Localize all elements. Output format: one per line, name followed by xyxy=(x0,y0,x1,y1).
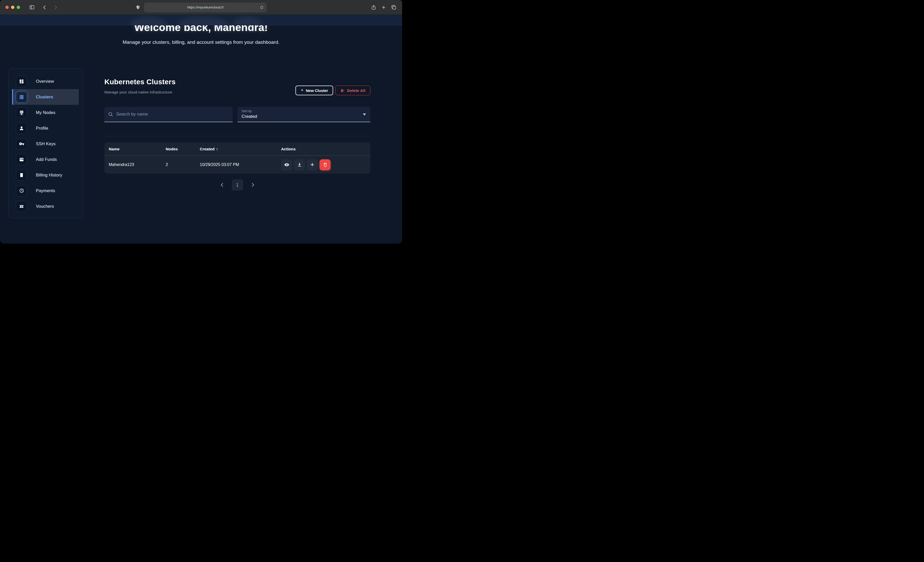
pagination: 1 xyxy=(104,179,370,191)
server-stack-icon xyxy=(19,94,24,100)
cell-node-count: 2 xyxy=(166,162,200,167)
add-node-button[interactable]: + xyxy=(307,159,318,170)
browser-window: https://myceliumcloud.tf + Welcome back,… xyxy=(0,0,402,244)
clusters-table: Name Nodes Created↕ Actions Mahendra123 … xyxy=(104,142,370,174)
key-icon xyxy=(19,141,24,146)
tabs-overview-icon[interactable] xyxy=(391,4,397,10)
sidebar-item-label: Billing History xyxy=(36,173,62,178)
sidebar-item-label: Vouchers xyxy=(36,204,54,209)
sidebar-item-vouchers[interactable]: Vouchers xyxy=(9,199,83,214)
column-header-actions: Actions xyxy=(281,147,370,151)
clock-icon xyxy=(19,188,24,193)
dashboard-sidebar: Overview Clusters My Nodes Profile SSH K xyxy=(9,68,83,218)
sidebar-item-label: Clusters xyxy=(36,94,53,99)
delete-cluster-button[interactable] xyxy=(320,159,331,170)
back-chevron-icon[interactable] xyxy=(42,4,48,10)
eye-icon xyxy=(284,162,290,167)
view-cluster-button[interactable] xyxy=(281,159,292,170)
minimize-window-button[interactable] xyxy=(11,6,14,9)
sidebar-item-label: SSH Keys xyxy=(36,141,56,146)
top-gradient-band xyxy=(0,15,402,25)
clusters-panel: Kubernetes Clusters Manage your cloud-na… xyxy=(104,68,370,191)
chevron-down-icon xyxy=(363,114,366,115)
person-icon xyxy=(19,126,24,131)
url-text: https://myceliumcloud.tf xyxy=(187,5,224,9)
panel-title: Kubernetes Clusters xyxy=(104,78,176,86)
browser-toolbar: https://myceliumcloud.tf + xyxy=(0,0,402,15)
wallet-icon xyxy=(19,157,24,162)
sidebar-item-label: My Nodes xyxy=(36,110,56,115)
sidebar-item-label: Overview xyxy=(36,79,54,84)
table-header-row: Name Nodes Created↕ Actions xyxy=(104,142,370,156)
sidebar-toggle-icon[interactable] xyxy=(29,4,35,10)
sidebar-item-billing-history[interactable]: Billing History xyxy=(9,167,83,183)
sidebar-item-overview[interactable]: Overview xyxy=(9,73,83,89)
dashboard-page: Welcome back, Mahendra! Manage your clus… xyxy=(0,15,402,244)
address-bar[interactable]: https://myceliumcloud.tf xyxy=(144,3,267,12)
download-kubeconfig-button[interactable] xyxy=(294,159,305,170)
sidebar-item-profile[interactable]: Profile xyxy=(9,120,83,136)
trash-icon xyxy=(322,162,328,167)
previous-page-chevron-icon[interactable] xyxy=(219,182,225,188)
welcome-hero: Welcome back, Mahendra! Manage your clus… xyxy=(0,25,402,68)
sidebar-item-add-funds[interactable]: Add Funds xyxy=(9,152,83,167)
search-input[interactable] xyxy=(116,111,229,117)
search-icon xyxy=(108,112,113,117)
cell-cluster-name: Mahendra123 xyxy=(109,162,166,167)
plus-icon: + xyxy=(301,87,303,93)
delete-all-button[interactable]: Delete All xyxy=(336,85,370,95)
column-header-name: Name xyxy=(109,147,166,151)
traffic-lights xyxy=(5,6,20,9)
forward-chevron-icon[interactable] xyxy=(53,4,58,10)
sidebar-item-clusters[interactable]: Clusters xyxy=(12,89,79,105)
sidebar-item-payments[interactable]: Payments xyxy=(9,183,83,199)
sidebar-item-my-nodes[interactable]: My Nodes xyxy=(9,105,83,120)
sort-select[interactable]: Sort by Created xyxy=(237,107,370,122)
new-tab-plus-icon[interactable]: + xyxy=(382,4,386,10)
panel-subtitle: Manage your cloud-native infrastructure xyxy=(104,90,176,94)
sidebar-item-label: Profile xyxy=(36,126,48,131)
sidebar-item-label: Add Funds xyxy=(36,157,57,162)
sort-label: Sort by xyxy=(242,109,366,113)
search-field xyxy=(104,107,232,122)
cell-created-date: 10/29/2025 03:07 PM xyxy=(200,162,281,167)
sort-selected-value: Created xyxy=(242,114,366,119)
row-actions: + xyxy=(281,159,370,170)
share-icon[interactable] xyxy=(371,4,376,10)
welcome-title: Welcome back, Mahendra! xyxy=(0,25,402,34)
reload-icon[interactable] xyxy=(260,5,264,9)
privacy-shield-icon[interactable] xyxy=(136,4,141,10)
ticket-percent-icon xyxy=(19,204,24,209)
nodes-rack-icon xyxy=(19,110,24,115)
table-row: Mahendra123 2 10/29/2025 03:07 PM + xyxy=(104,156,370,174)
zoom-window-button[interactable] xyxy=(16,6,20,9)
sort-updown-icon: ↕ xyxy=(216,147,218,151)
section-divider xyxy=(104,136,370,136)
delete-sweep-icon xyxy=(340,88,345,93)
plus-icon: + xyxy=(310,161,314,168)
download-icon xyxy=(297,162,302,167)
next-page-chevron-icon[interactable] xyxy=(250,182,256,188)
receipt-icon xyxy=(19,173,24,178)
column-header-nodes: Nodes xyxy=(166,147,200,151)
column-header-created[interactable]: Created↕ xyxy=(200,147,281,151)
welcome-subtitle: Manage your clusters, billing, and accou… xyxy=(0,39,402,45)
close-window-button[interactable] xyxy=(5,6,9,9)
page-number-button[interactable]: 1 xyxy=(232,179,243,191)
dashboard-icon xyxy=(19,79,24,84)
sidebar-item-label: Payments xyxy=(36,188,55,193)
sidebar-item-ssh-keys[interactable]: SSH Keys xyxy=(9,136,83,152)
new-cluster-button[interactable]: + New Cluster xyxy=(296,85,333,95)
